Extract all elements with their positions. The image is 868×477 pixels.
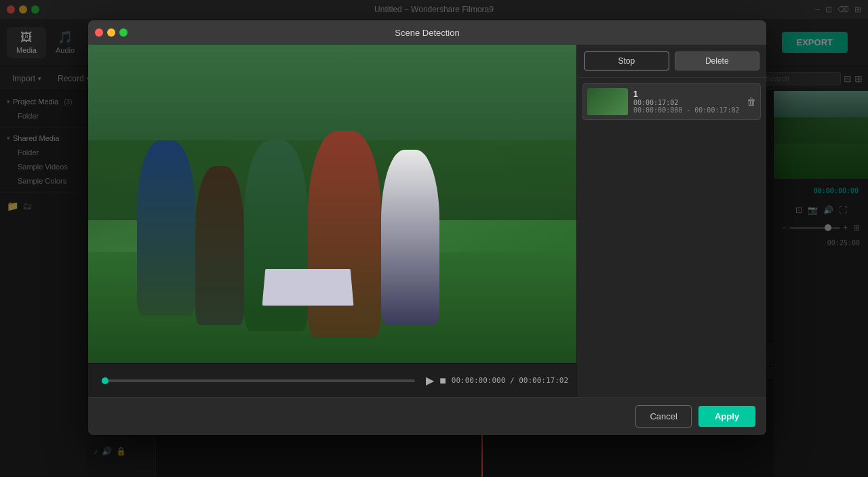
person-2 xyxy=(195,166,244,325)
progress-dot[interactable] xyxy=(102,377,108,384)
stop-detection-button[interactable]: Stop xyxy=(584,51,669,70)
video-content xyxy=(88,45,576,363)
time-code-display: 00:00:00:000 / 00:00:17:02 xyxy=(452,376,568,385)
cancel-button[interactable]: Cancel xyxy=(635,405,691,428)
dialog-close-button[interactable] xyxy=(95,28,103,37)
dialog-maximize-button[interactable] xyxy=(119,28,127,37)
scene-detection-dialog: Scene Detection xyxy=(88,20,766,435)
dialog-video-panel: ▶ ■ 00:00:00:000 / 00:00:17:02 xyxy=(88,45,576,397)
dialog-title: Scene Detection xyxy=(395,28,459,38)
scene-duration-1: 00:00:17:02 xyxy=(633,99,741,106)
scene-thumbnail-1 xyxy=(587,88,628,115)
scene-list-panel: Stop Delete 1 00:00:17:02 00:00:00:000 -… xyxy=(576,45,766,397)
dialog-titlebar: Scene Detection xyxy=(88,20,766,45)
apply-button[interactable]: Apply xyxy=(698,406,755,427)
scene-info-1: 1 00:00:17:02 00:00:00:000 - 00:00:17:02 xyxy=(633,89,741,114)
delete-scene-button[interactable]: Delete xyxy=(675,51,760,70)
dialog-minimize-button[interactable] xyxy=(107,28,115,37)
scene-list-header: Stop Delete xyxy=(577,45,766,78)
video-frame xyxy=(88,45,576,363)
person-4 xyxy=(308,131,381,338)
dialog-body: ▶ ■ 00:00:00:000 / 00:00:17:02 Stop Dele… xyxy=(88,45,766,397)
scene-item-1[interactable]: 1 00:00:17:02 00:00:00:000 - 00:00:17:02… xyxy=(583,83,761,120)
stop-button[interactable]: ■ xyxy=(439,375,446,387)
progress-track[interactable] xyxy=(102,379,415,382)
laptop xyxy=(262,269,354,306)
person-5 xyxy=(381,150,439,325)
person-1 xyxy=(137,140,195,316)
scene-items-list: 1 00:00:17:02 00:00:00:000 - 00:00:17:02… xyxy=(577,78,766,397)
scene-number-1: 1 xyxy=(633,89,741,99)
dialog-traffic-lights xyxy=(95,28,127,37)
scene-delete-icon-1[interactable]: 🗑 xyxy=(747,96,756,107)
scene-range-1: 00:00:00:000 - 00:00:17:02 xyxy=(633,106,741,114)
dialog-overlay: Scene Detection xyxy=(0,0,868,477)
dialog-footer: Cancel Apply xyxy=(88,397,766,435)
video-controls-bar: ▶ ■ 00:00:00:000 / 00:00:17:02 xyxy=(88,363,576,397)
play-button[interactable]: ▶ xyxy=(426,374,434,387)
